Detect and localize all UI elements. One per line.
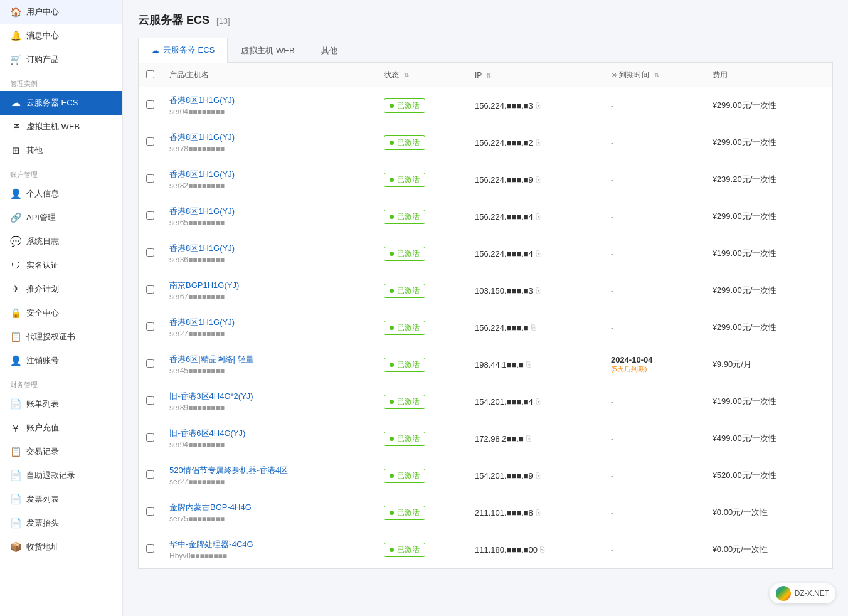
tab-web[interactable]: 虚拟主机 WEB — [228, 38, 307, 63]
row-checkbox[interactable] — [146, 211, 154, 220]
row-checkbox[interactable] — [146, 174, 154, 183]
sidebar-item-refund[interactable]: 📄 自助退款记录 — [0, 464, 122, 487]
copy-ip-button[interactable]: ⎘ — [536, 471, 540, 480]
row-ip: 211.101.■■■.■8⎘ — [467, 494, 603, 531]
product-id: ser78■■■■■■■■ — [169, 144, 369, 153]
section-label-manage: 管理实例 — [0, 72, 122, 91]
sidebar-item-transactions[interactable]: 📋 交易记录 — [0, 440, 122, 464]
status-badge: 已激活 — [384, 543, 425, 557]
tab-other[interactable]: 其他 — [308, 38, 351, 63]
row-status: 已激活 — [376, 494, 467, 531]
product-name-link[interactable]: 南京BGP1H1G(YJ) — [169, 280, 369, 291]
row-status: 已激活 — [376, 235, 467, 272]
row-checkbox[interactable] — [146, 322, 154, 331]
table-row: 香港8区1H1G(YJ)ser65■■■■■■■■已激活156.224.■■■.… — [139, 198, 832, 235]
sidebar-item-bills[interactable]: 📄 账单列表 — [0, 392, 122, 416]
expire-soon-label: (5天后到期) — [611, 364, 697, 374]
expire-dash: - — [611, 508, 613, 518]
copy-ip-button[interactable]: ⎘ — [536, 249, 540, 258]
product-name-link[interactable]: 香港8区1H1G(YJ) — [169, 243, 369, 254]
row-checkbox[interactable] — [146, 433, 154, 442]
row-checkbox[interactable] — [146, 470, 154, 479]
row-cost: ¥199.00元/一次性 — [705, 383, 832, 420]
row-status: 已激活 — [376, 457, 467, 494]
sidebar-item-recharge[interactable]: ¥ 账户充值 — [0, 416, 122, 440]
copy-ip-button[interactable]: ⎘ — [536, 397, 540, 406]
copy-ip-button[interactable]: ⎘ — [526, 360, 531, 369]
sidebar-item-purchase[interactable]: 🛒 订购产品 — [0, 48, 122, 72]
sidebar-label-cancel: 注销账号 — [26, 355, 59, 366]
product-name-link[interactable]: 旧-香港6区4H4G(YJ) — [169, 428, 369, 439]
ip-cell: 211.101.■■■.■8⎘ — [475, 508, 596, 518]
row-checkbox[interactable] — [146, 137, 154, 146]
sidebar-item-profile[interactable]: 👤 个人信息 — [0, 182, 122, 206]
expire-dash: - — [611, 249, 613, 258]
sidebar-label-api: API管理 — [26, 212, 56, 223]
header-status: 状态 ⇅ — [376, 63, 467, 87]
sidebar-item-realname[interactable]: 🛡 实名认证 — [0, 253, 122, 277]
product-name-link[interactable]: 香港8区1H1G(YJ) — [169, 132, 369, 143]
row-checkbox[interactable] — [146, 100, 154, 109]
row-status: 已激活 — [376, 87, 467, 124]
row-status: 已激活 — [376, 272, 467, 309]
sidebar-item-invoice-list[interactable]: 📄 发票列表 — [0, 487, 122, 511]
sidebar-label-cert: 代理授权证书 — [26, 331, 75, 343]
product-name-link[interactable]: 华中-金牌处理器-4C4G — [169, 539, 369, 550]
recharge-icon: ¥ — [10, 423, 21, 433]
sidebar-item-web[interactable]: 🖥 虚拟主机 WEB — [0, 115, 122, 139]
row-checkbox[interactable] — [146, 396, 154, 405]
sidebar-item-security[interactable]: 🔒 安全中心 — [0, 301, 122, 325]
sidebar-item-shipping[interactable]: 📦 收货地址 — [0, 535, 122, 559]
row-cost: ¥239.20元/一次性 — [705, 161, 832, 198]
sidebar-label-purchase: 订购产品 — [26, 54, 59, 65]
copy-ip-button[interactable]: ⎘ — [536, 508, 540, 517]
sort-icon-ip[interactable]: ⇅ — [486, 72, 491, 79]
row-checkbox[interactable] — [146, 544, 154, 553]
row-checkbox[interactable] — [146, 248, 154, 257]
copy-ip-button[interactable]: ⎘ — [540, 545, 544, 554]
row-product: 华中-金牌处理器-4C4GHbyv0■■■■■■■■ — [162, 531, 376, 568]
sidebar-item-invoice-header[interactable]: 📄 发票抬头 — [0, 511, 122, 535]
sidebar-item-cancel[interactable]: 👤 注销账号 — [0, 349, 122, 373]
sort-icon-expire[interactable]: ⇅ — [654, 72, 659, 78]
ip-cell: 111.180.■■■.■00⎘ — [475, 545, 596, 555]
row-expire: - — [603, 309, 705, 346]
copy-ip-button[interactable]: ⎘ — [526, 434, 531, 443]
product-id: ser27■■■■■■■■ — [169, 477, 369, 486]
sidebar-item-ecs[interactable]: ☁ 云服务器 ECS — [0, 91, 122, 115]
copy-ip-button[interactable]: ⎘ — [536, 286, 540, 295]
product-name-link[interactable]: 旧-香港3区4H4G*2(YJ) — [169, 391, 369, 402]
sidebar-item-user-center[interactable]: 🏠 用户中心 — [0, 0, 122, 24]
select-all-checkbox[interactable] — [146, 70, 154, 78]
header-product: 产品/主机名 — [162, 63, 376, 87]
row-checkbox[interactable] — [146, 359, 154, 368]
product-name-link[interactable]: 香港8区1H1G(YJ) — [169, 317, 369, 328]
product-name-link[interactable]: 香港8区1H1G(YJ) — [169, 95, 369, 106]
copy-ip-button[interactable]: ⎘ — [536, 101, 540, 110]
sidebar-item-other[interactable]: ⊞ 其他 — [0, 139, 122, 162]
ip-text: 172.98.2■■.■ — [475, 434, 524, 443]
row-product: 旧-香港6区4H4G(YJ)ser94■■■■■■■■ — [162, 420, 376, 457]
product-name-link[interactable]: 香港8区1H1G(YJ) — [169, 169, 369, 180]
copy-ip-button[interactable]: ⎘ — [536, 138, 540, 147]
sidebar-item-promo[interactable]: ✈ 推介计划 — [0, 277, 122, 301]
copy-ip-button[interactable]: ⎘ — [536, 175, 540, 184]
sidebar-label-shipping: 收货地址 — [26, 541, 59, 553]
sidebar-item-messages[interactable]: 🔔 消息中心 — [0, 24, 122, 48]
copy-ip-button[interactable]: ⎘ — [536, 212, 540, 221]
product-name-link[interactable]: 香港8区1H1G(YJ) — [169, 206, 369, 217]
copy-ip-button[interactable]: ⎘ — [531, 323, 536, 332]
row-checkbox[interactable] — [146, 507, 154, 516]
status-dot — [390, 400, 394, 404]
sort-icon-status[interactable]: ⇅ — [404, 72, 409, 78]
product-name-link[interactable]: 金牌内蒙古BGP-4H4G — [169, 502, 369, 513]
product-name-link[interactable]: 520情侣节专属终身机器-香港4区 — [169, 465, 369, 476]
product-name-link[interactable]: 香港6区|精品网络| 轻量 — [169, 354, 369, 365]
tab-ecs[interactable]: ☁ 云服务器 ECS — [138, 38, 228, 63]
sidebar-item-cert[interactable]: 📋 代理授权证书 — [0, 325, 122, 349]
row-checkbox-cell — [139, 161, 162, 198]
sidebar-item-api[interactable]: 🔗 API管理 — [0, 206, 122, 230]
row-checkbox[interactable] — [146, 285, 154, 294]
status-badge: 已激活 — [384, 135, 425, 150]
sidebar-item-syslog[interactable]: 💬 系统日志 — [0, 230, 122, 253]
